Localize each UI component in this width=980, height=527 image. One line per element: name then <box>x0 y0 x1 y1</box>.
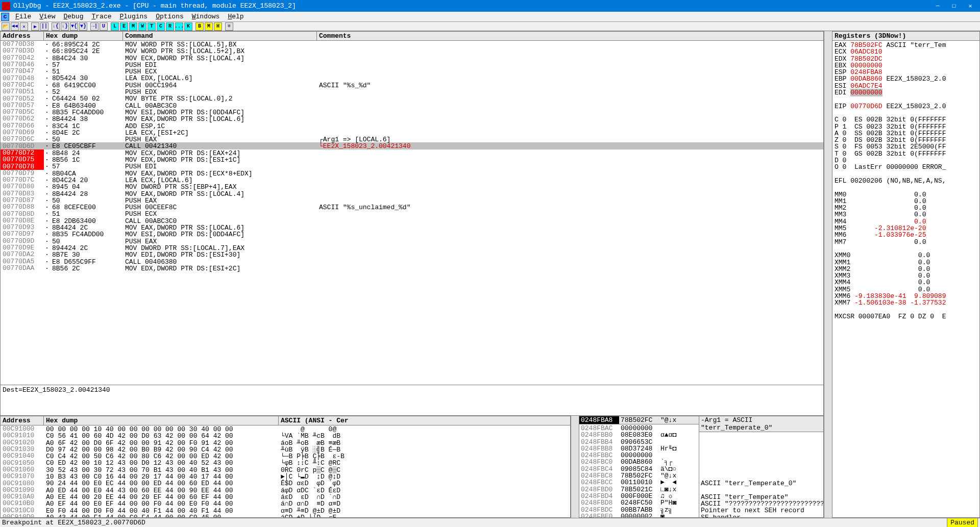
disasm-row[interactable]: 00770D6D·E8 CE05CBFFCALL 00421340└EE2X_1… <box>1 142 823 149</box>
dump-row[interactable]: 00C91020A0 6F 42 00 D0 6F 42 00 00 91 42… <box>1 439 570 446</box>
dump-row[interactable]: 00C91010C0 56 41 00 60 4D 42 00 D0 63 42… <box>1 432 570 439</box>
tb-btn-c[interactable]: C <box>157 22 165 31</box>
col-header-comments[interactable]: Comments <box>317 32 823 40</box>
disasm-row[interactable]: 00770D87·50PUSH EAX <box>1 197 823 204</box>
col-header-command[interactable]: Command <box>123 32 317 40</box>
stack-row[interactable]: 0248FBC409085C84ä\◘○ <box>579 465 699 472</box>
dump-row[interactable]: 00C9106030 52 43 00 30 72 43 00 70 B1 43… <box>1 466 570 473</box>
dump-row[interactable]: 00C9108090 24 44 00 E0 EC 44 00 00 ED 44… <box>1 480 570 486</box>
tb-btn-m[interactable]: M <box>205 22 213 31</box>
tb-run-icon[interactable]: ▶ <box>31 22 39 31</box>
disasm-row[interactable]: 00770D83·8B4424 28MOV EAX,DWORD PTR SS:[… <box>1 190 823 197</box>
menu-view[interactable]: View <box>35 12 59 21</box>
tb-btn-t[interactable]: T <box>148 22 156 31</box>
disasm-row[interactable]: 00770D38·66:895C24 2CMOV WORD PTR SS:[LO… <box>1 41 823 47</box>
mdi-icon[interactable]: C <box>1 13 9 21</box>
dump-row[interactable]: 00C9100000 00 00 00 10 40 00 00 00 00 00… <box>1 425 570 432</box>
stack-row[interactable]: 0248FBD078B5021C∟◙↓x <box>579 486 699 492</box>
dump-row[interactable]: 00C910C0E0 F0 44 00 D0 F0 44 00 40 F1 44… <box>1 507 570 514</box>
disasm-row[interactable]: 00770D88·68 8CEFCE00PUSH 00CEEF8CASCII "… <box>1 204 823 210</box>
tb-btn-r[interactable]: R <box>166 22 174 31</box>
dump-scrollbar[interactable] <box>571 416 579 518</box>
dump-row[interactable]: 00C91040C0 C4 42 00 50 C6 42 00 80 C6 42… <box>1 453 570 459</box>
disasm-row[interactable]: 00770D9E·894424 2CMOV DWORD PTR SS:[LOCA… <box>1 244 823 251</box>
dump-row[interactable]: 00C910D0A0 43 44 00 F1 44 00 C0 F4 44 00… <box>1 514 570 517</box>
stack-row[interactable]: 0248FBB40906653C <box>579 438 699 445</box>
tb-pause-icon[interactable]: || <box>40 22 48 31</box>
disasm-row[interactable]: 00770D8E·E8 2DB63400CALL 00ABC3C0 <box>1 217 823 224</box>
disasm-row[interactable]: 00770D93·8B4424 2CMOV EAX,DWORD PTR SS:[… <box>1 224 823 231</box>
tb-options-icon[interactable]: ≡ <box>225 22 233 31</box>
disasm-row[interactable]: 00770D52·C64424 50 02MOV BYTE PTR SS:[LO… <box>1 95 823 102</box>
menu-help[interactable]: Help <box>224 12 248 21</box>
tb-stepover-icon[interactable]: ↓} <box>61 22 69 31</box>
tb-stepinto-icon[interactable]: ↓{ <box>52 22 60 31</box>
stack-row[interactable]: 0248FBD4000F000E♫ ☼ <box>579 492 699 499</box>
stack-row[interactable]: 0248FBC000DAB860`╕┌ <box>579 458 699 465</box>
disasm-row[interactable]: 00770D97·8B35 FC4ADD00MOV ESI,DWORD PTR … <box>1 231 823 237</box>
disasm-row[interactable]: 00770DA5·E8 D655C9FFCALL 00406380 <box>1 258 823 265</box>
tb-btn-b[interactable]: B <box>195 22 204 31</box>
tb-rewind-icon[interactable]: ◄◄ <box>11 22 19 31</box>
dump-row[interactable]: 00C91030D0 97 42 00 00 98 42 00 B0 B9 42… <box>1 446 570 453</box>
stack-row[interactable]: 0248FBB808D37248Hr╙◘ <box>579 445 699 451</box>
tb-tillret-icon[interactable]: →| <box>90 22 99 31</box>
stack-row[interactable]: 0248FBCC00110010► ◄ <box>579 479 699 485</box>
tb-btn-l[interactable]: L <box>111 22 119 31</box>
stack-row[interactable]: 0248FBE000000002◙ <box>579 513 699 517</box>
disasm-row[interactable]: 00770D8D·51PUSH ECX <box>1 210 823 217</box>
dump-row[interactable]: 00C910A0A0 EE 44 00 20 EE 44 00 20 EF 44… <box>1 493 570 500</box>
disasm-row[interactable]: 00770D3D·66:895C24 2EMOV WORD PTR SS:[LO… <box>1 47 823 54</box>
col-header-hexdump[interactable]: Hex dump <box>44 32 123 40</box>
menu-file[interactable]: File <box>11 12 35 21</box>
stack-pane[interactable]: 0248FBA8 78B502FC "@↓x 0248FBAC000000000… <box>579 416 824 518</box>
menu-windows[interactable]: Windows <box>188 12 224 21</box>
disasm-row[interactable]: 00770D6C·50PUSH EAX┌Arg1 => [LOCAL.6] <box>1 136 823 142</box>
tb-btn-e[interactable]: E <box>120 22 128 31</box>
disasm-row[interactable]: 00770D42·8B4C24 30MOV ECX,DWORD PTR SS:[… <box>1 55 823 61</box>
disasm-row[interactable]: 00770D46·57PUSH EDI <box>1 61 823 68</box>
dump-header-hex[interactable]: Hex dump <box>44 416 279 425</box>
disasm-row[interactable]: 00770D57·E8 64B63400CALL 00ABC3C0 <box>1 102 823 109</box>
disasm-row[interactable]: 00770DAA·8B56 2CMOV EDX,DWORD PTR DS:[ES… <box>1 265 823 271</box>
tb-tilluser-icon[interactable]: U <box>100 22 108 31</box>
col-header-address[interactable]: Address <box>1 32 44 40</box>
stack-row[interactable]: 0248FBD80248FC50P"H◙ <box>579 499 699 506</box>
disasm-row[interactable]: 00770D62·8B4424 38MOV EAX,DWORD PTR SS:[… <box>1 115 823 122</box>
stack-row[interactable]: 0248FBAC00000000 <box>579 424 699 431</box>
tb-close-icon[interactable]: ✕ <box>20 22 28 31</box>
hex-dump-pane[interactable]: Address Hex dump ASCII (ANSI - Cer 00C91… <box>0 416 571 518</box>
disasm-row[interactable]: 00770D75·8B56 1CMOV EDX,DWORD PTR DS:[ES… <box>1 156 823 163</box>
tb-btn-k[interactable]: K <box>184 22 192 31</box>
menu-trace[interactable]: Trace <box>87 12 115 21</box>
stack-row[interactable]: 0248FBBC00000000 <box>579 451 699 458</box>
disasm-row[interactable]: 00770D66·83C4 1CADD ESP,1C <box>1 122 823 129</box>
disasm-row[interactable]: 00770D79·8B04CAMOV EAX,DWORD PTR DS:[ECX… <box>1 170 823 177</box>
dump-row[interactable]: 00C9107010 B3 43 00 C0 16 44 00 20 17 44… <box>1 473 570 480</box>
close-button[interactable]: ✕ <box>963 1 978 11</box>
disasm-row[interactable]: 00770D80·8945 04MOV DWORD PTR SS:[EBP+4]… <box>1 183 823 190</box>
disasm-row[interactable]: 00770D9D·50PUSH EAX <box>1 238 823 244</box>
tb-tracein-icon[interactable]: ▼{ <box>70 22 78 31</box>
menu-options[interactable]: Options <box>152 12 188 21</box>
minimize-button[interactable]: ─ <box>930 1 945 11</box>
disasm-row[interactable]: 00770D7C·8D4C24 20LEA ECX,[LOCAL.6] <box>1 177 823 183</box>
tb-btn-w[interactable]: W <box>138 22 146 31</box>
disasm-row[interactable]: 00770D48·8D5424 30LEA EDX,[LOCAL.6] <box>1 74 823 81</box>
disasm-row[interactable]: 00770D78·57PUSH EDI <box>1 163 823 169</box>
tb-btn-...[interactable]: ... <box>175 22 183 31</box>
disasm-row[interactable]: 00770DA2·8B7E 30MOV EDI,DWORD PTR DS:[ES… <box>1 251 823 258</box>
dump-header-ascii[interactable]: ASCII (ANSI - Cer <box>279 416 570 425</box>
tb-open-icon[interactable]: 📂 <box>2 22 10 31</box>
stack-row[interactable]: 0248FBDC00BB7ABB╗z╗ <box>579 506 699 513</box>
disasm-row[interactable]: 00770D47·51PUSH ECX <box>1 68 823 74</box>
disasm-row[interactable]: 00770D4C·68 6419CC00PUSH 00CC1964ASCII "… <box>1 82 823 88</box>
tb-btn-h[interactable]: H <box>214 22 222 31</box>
registers-pane[interactable]: Registers (3DNow!) EAX 78B502FC ASCII "t… <box>832 31 980 518</box>
dump-row[interactable]: 00C910B0A0 EF 44 00 E0 EF 44 00 00 F0 44… <box>1 500 570 507</box>
dump-row[interactable]: 00C91090A0 ED 44 00 E0 44 43 00 60 EE 44… <box>1 487 570 493</box>
tb-btn-m[interactable]: M <box>129 22 137 31</box>
maximize-button[interactable]: □ <box>946 1 962 11</box>
cpu-disassembly-pane[interactable]: Address Hex dump Command Comments 00770D… <box>0 31 824 416</box>
dump-header-address[interactable]: Address <box>1 416 44 425</box>
